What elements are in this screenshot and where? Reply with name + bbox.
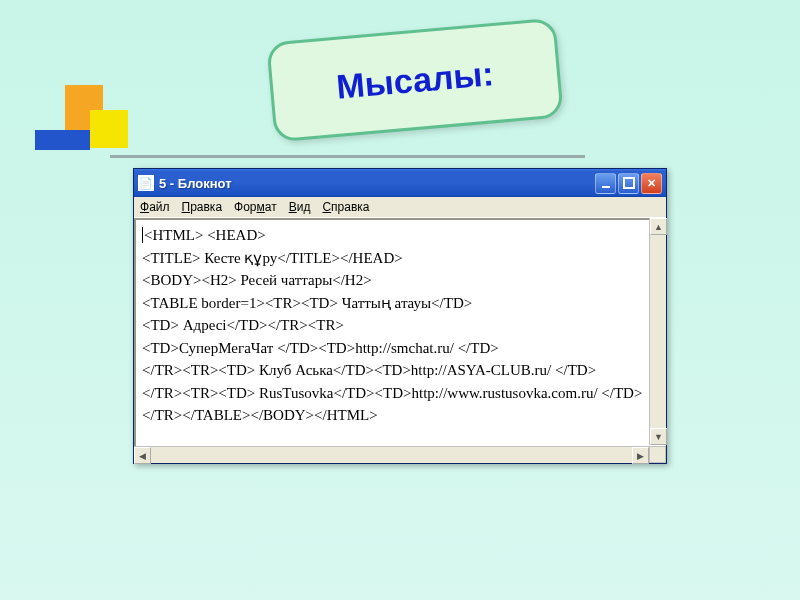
scroll-left-button[interactable]: ◀ xyxy=(134,447,151,464)
scroll-down-button[interactable]: ▼ xyxy=(650,428,667,445)
menu-bar: Файл Правка Формат Вид Справка xyxy=(134,197,666,218)
vertical-scrollbar[interactable]: ▲ ▼ xyxy=(649,218,666,445)
window-buttons xyxy=(595,173,662,194)
scroll-up-button[interactable]: ▲ xyxy=(650,218,667,235)
menu-format[interactable]: Формат xyxy=(234,200,277,214)
code-line: <HTML> <HEAD> xyxy=(144,227,266,243)
code-line: <TITLE> Кесте құру</TITLE></HEAD> xyxy=(142,250,403,266)
code-line: </TR></TABLE></BODY></HTML> xyxy=(142,407,378,423)
minimize-button[interactable] xyxy=(595,173,616,194)
callout-text: Мысалы: xyxy=(335,54,495,107)
shape-yellow xyxy=(90,110,128,148)
code-line: <BODY><H2> Ресей чаттары</H2> xyxy=(142,272,372,288)
titlebar[interactable]: 📄 5 - Блокнот xyxy=(134,169,666,197)
window-title: 5 - Блокнот xyxy=(159,176,595,191)
text-cursor xyxy=(142,227,143,243)
code-line: </TR><TR><TD> RusTusovka</TD><TD>http://… xyxy=(142,385,642,401)
menu-edit[interactable]: Правка xyxy=(182,200,223,214)
scroll-right-button[interactable]: ▶ xyxy=(632,447,649,464)
menu-help[interactable]: Справка xyxy=(322,200,369,214)
code-line: </TR><TR><TD> Клуб Аська</TD><TD>http://… xyxy=(142,362,596,378)
code-line: <TABLE border=1><TR><TD> Чаттың атауы</T… xyxy=(142,295,472,311)
horizontal-scrollbar[interactable]: ◀ ▶ xyxy=(134,446,649,463)
text-area[interactable]: <HTML> <HEAD><TITLE> Кесте құру</TITLE><… xyxy=(134,218,666,463)
callout-box: Мысалы: xyxy=(266,18,564,143)
notepad-window: 📄 5 - Блокнот Файл Правка Формат Вид Спр… xyxy=(133,168,667,464)
decorative-shapes xyxy=(35,85,135,185)
close-button[interactable] xyxy=(641,173,662,194)
menu-view[interactable]: Вид xyxy=(289,200,311,214)
notepad-icon: 📄 xyxy=(138,175,154,191)
shape-blue xyxy=(35,130,90,150)
code-line: <TD> Адресі</TD></TR><TR> xyxy=(142,317,344,333)
maximize-button[interactable] xyxy=(618,173,639,194)
scrollbar-corner xyxy=(649,446,666,463)
divider-line xyxy=(110,155,585,158)
menu-file[interactable]: Файл xyxy=(140,200,170,214)
code-line: <TD>СуперМегаЧат </TD><TD>http://smchat.… xyxy=(142,340,499,356)
